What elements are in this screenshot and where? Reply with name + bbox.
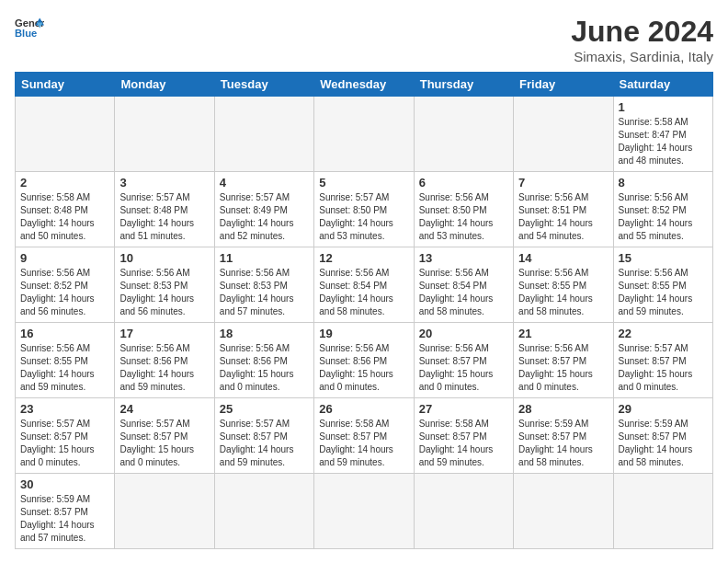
calendar-cell: 26Sunrise: 5:58 AMSunset: 8:57 PMDayligh… [314,398,414,474]
day-number: 9 [20,251,109,265]
day-number: 4 [220,176,309,190]
day-number: 20 [419,327,508,340]
day-number: 6 [419,176,508,190]
calendar-cell: 6Sunrise: 5:56 AMSunset: 8:50 PMDaylight… [414,172,513,247]
day-info: Sunrise: 5:57 AMSunset: 8:49 PMDaylight:… [220,191,309,243]
page: General Blue June 2024 Simaxis, Sardinia… [0,0,728,563]
calendar-cell: 28Sunrise: 5:59 AMSunset: 8:57 PMDayligh… [514,398,613,474]
day-number: 5 [319,176,408,190]
calendar-cell: 20Sunrise: 5:56 AMSunset: 8:57 PMDayligh… [414,323,513,398]
day-number: 28 [518,402,608,416]
calendar-cell: 7Sunrise: 5:56 AMSunset: 8:51 PMDaylight… [514,172,613,247]
calendar-cell [314,97,414,172]
calendar-week-row: 1Sunrise: 5:58 AMSunset: 8:47 PMDaylight… [16,97,713,172]
day-info: Sunrise: 5:56 AMSunset: 8:53 PMDaylight:… [220,267,309,318]
day-info: Sunrise: 5:57 AMSunset: 8:57 PMDaylight:… [619,342,708,394]
day-info: Sunrise: 5:59 AMSunset: 8:57 PMDaylight:… [518,418,608,469]
col-header-sunday: Sunday [16,73,115,97]
month-title: June 2024 [571,15,713,49]
title-area: June 2024 Simaxis, Sardinia, Italy [571,15,713,64]
day-info: Sunrise: 5:56 AMSunset: 8:54 PMDaylight:… [319,267,408,318]
calendar-cell: 23Sunrise: 5:57 AMSunset: 8:57 PMDayligh… [16,398,115,474]
col-header-tuesday: Tuesday [214,73,313,97]
logo: General Blue [15,15,44,40]
calendar-week-row: 16Sunrise: 5:56 AMSunset: 8:55 PMDayligh… [16,323,713,398]
calendar-week-row: 30Sunrise: 5:59 AMSunset: 8:57 PMDayligh… [16,474,713,549]
day-info: Sunrise: 5:59 AMSunset: 8:57 PMDaylight:… [619,418,708,469]
calendar-cell [115,97,214,172]
day-info: Sunrise: 5:56 AMSunset: 8:55 PMDaylight:… [20,342,109,394]
calendar-cell [16,97,115,172]
day-number: 7 [518,176,608,190]
day-number: 18 [220,327,309,340]
calendar-cell [414,474,513,549]
calendar-cell [214,97,313,172]
day-info: Sunrise: 5:56 AMSunset: 8:50 PMDaylight:… [419,191,508,243]
calendar-week-row: 23Sunrise: 5:57 AMSunset: 8:57 PMDayligh… [16,398,713,474]
calendar-cell: 24Sunrise: 5:57 AMSunset: 8:57 PMDayligh… [115,398,214,474]
day-info: Sunrise: 5:57 AMSunset: 8:48 PMDaylight:… [119,191,209,243]
day-number: 23 [20,402,109,416]
day-number: 29 [619,402,708,416]
calendar-cell: 1Sunrise: 5:58 AMSunset: 8:47 PMDaylight… [613,97,712,172]
calendar-cell: 16Sunrise: 5:56 AMSunset: 8:55 PMDayligh… [16,323,115,398]
calendar-cell: 12Sunrise: 5:56 AMSunset: 8:54 PMDayligh… [314,247,414,323]
calendar-cell [613,474,712,549]
location: Simaxis, Sardinia, Italy [571,49,713,64]
day-info: Sunrise: 5:56 AMSunset: 8:51 PMDaylight:… [518,191,608,243]
day-info: Sunrise: 5:56 AMSunset: 8:55 PMDaylight:… [518,267,608,318]
calendar-table: SundayMondayTuesdayWednesdayThursdayFrid… [15,72,713,549]
day-number: 24 [119,402,209,416]
calendar-cell: 21Sunrise: 5:56 AMSunset: 8:57 PMDayligh… [514,323,613,398]
day-info: Sunrise: 5:58 AMSunset: 8:57 PMDaylight:… [319,418,408,469]
day-number: 15 [619,251,708,265]
day-number: 21 [518,327,608,340]
calendar-cell: 13Sunrise: 5:56 AMSunset: 8:54 PMDayligh… [414,247,513,323]
calendar-cell: 18Sunrise: 5:56 AMSunset: 8:56 PMDayligh… [214,323,313,398]
day-info: Sunrise: 5:58 AMSunset: 8:48 PMDaylight:… [20,191,109,243]
day-info: Sunrise: 5:59 AMSunset: 8:57 PMDaylight:… [20,493,109,545]
day-info: Sunrise: 5:56 AMSunset: 8:52 PMDaylight:… [20,267,109,318]
col-header-friday: Friday [514,73,613,97]
calendar-header-row: SundayMondayTuesdayWednesdayThursdayFrid… [16,73,713,97]
day-number: 19 [319,327,408,340]
day-info: Sunrise: 5:57 AMSunset: 8:57 PMDaylight:… [119,418,209,469]
day-number: 1 [619,100,708,114]
col-header-thursday: Thursday [414,73,513,97]
calendar-cell: 5Sunrise: 5:57 AMSunset: 8:50 PMDaylight… [314,172,414,247]
day-info: Sunrise: 5:56 AMSunset: 8:53 PMDaylight:… [119,267,209,318]
calendar-cell [214,474,313,549]
calendar-cell: 14Sunrise: 5:56 AMSunset: 8:55 PMDayligh… [514,247,613,323]
calendar-week-row: 9Sunrise: 5:56 AMSunset: 8:52 PMDaylight… [16,247,713,323]
day-number: 16 [20,327,109,340]
day-info: Sunrise: 5:57 AMSunset: 8:57 PMDaylight:… [220,418,309,469]
header-area: General Blue June 2024 Simaxis, Sardinia… [15,15,713,64]
calendar-cell: 10Sunrise: 5:56 AMSunset: 8:53 PMDayligh… [115,247,214,323]
day-info: Sunrise: 5:57 AMSunset: 8:50 PMDaylight:… [319,191,408,243]
calendar-cell: 29Sunrise: 5:59 AMSunset: 8:57 PMDayligh… [613,398,712,474]
day-number: 25 [220,402,309,416]
calendar-week-row: 2Sunrise: 5:58 AMSunset: 8:48 PMDaylight… [16,172,713,247]
calendar-cell: 19Sunrise: 5:56 AMSunset: 8:56 PMDayligh… [314,323,414,398]
calendar-cell: 11Sunrise: 5:56 AMSunset: 8:53 PMDayligh… [214,247,313,323]
calendar-cell [314,474,414,549]
day-info: Sunrise: 5:56 AMSunset: 8:57 PMDaylight:… [419,342,508,394]
calendar-cell: 25Sunrise: 5:57 AMSunset: 8:57 PMDayligh… [214,398,313,474]
calendar-cell [115,474,214,549]
svg-text:Blue: Blue [15,28,37,39]
day-info: Sunrise: 5:57 AMSunset: 8:57 PMDaylight:… [20,418,109,469]
calendar-cell [414,97,513,172]
day-number: 17 [119,327,209,340]
calendar-cell [514,474,613,549]
day-info: Sunrise: 5:58 AMSunset: 8:47 PMDaylight:… [619,116,708,167]
day-number: 10 [119,251,209,265]
calendar-cell [514,97,613,172]
day-number: 11 [220,251,309,265]
day-number: 30 [20,477,109,491]
calendar-cell: 3Sunrise: 5:57 AMSunset: 8:48 PMDaylight… [115,172,214,247]
calendar-cell: 2Sunrise: 5:58 AMSunset: 8:48 PMDaylight… [16,172,115,247]
col-header-monday: Monday [115,73,214,97]
day-number: 12 [319,251,408,265]
day-number: 22 [619,327,708,340]
day-info: Sunrise: 5:58 AMSunset: 8:57 PMDaylight:… [419,418,508,469]
